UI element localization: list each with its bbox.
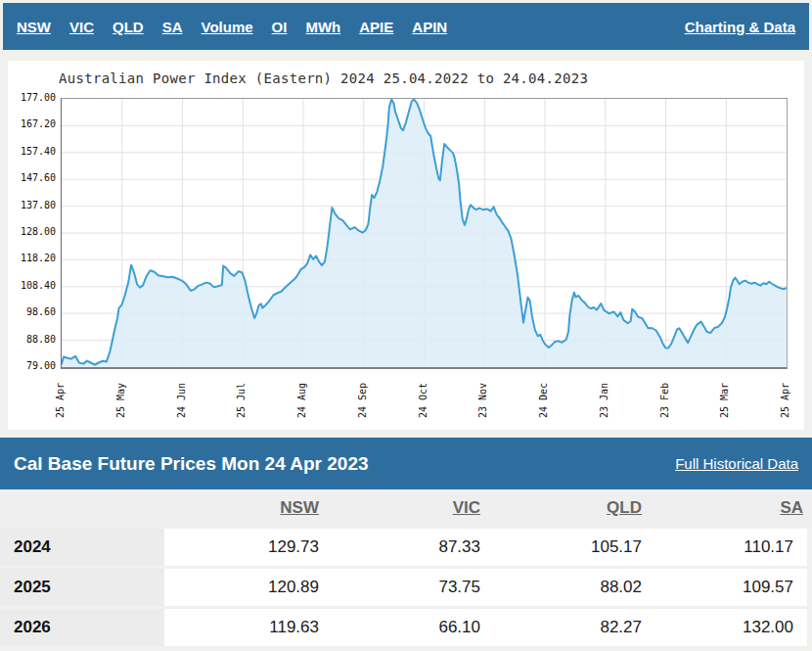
y-tick-label: 157.40 — [8, 146, 56, 158]
x-tick-label: 25 Apr — [780, 383, 790, 418]
x-tick-label: 25 Apr — [55, 383, 66, 418]
nav-link-mwh[interactable]: MWh — [305, 19, 340, 35]
cell-2026-qld: 82.27 — [489, 609, 651, 646]
chart-plot-area — [61, 98, 788, 369]
nav-link-oi[interactable]: OI — [272, 19, 288, 35]
cell-2024-sa: 110.17 — [651, 529, 807, 566]
x-tick-label: 24 Jun — [176, 383, 187, 418]
x-tick-label: 23 Feb — [659, 383, 670, 418]
x-tick-label: 24 Aug — [296, 383, 307, 418]
y-tick-label: 167.20 — [8, 118, 56, 130]
column-header-vic[interactable]: VIC — [328, 498, 489, 518]
table-row-2024: 2024 129.73 87.33 105.17 110.17 — [0, 529, 812, 566]
nav-link-apie[interactable]: APIE — [359, 19, 393, 35]
x-tick-label: 23 Nov — [477, 383, 488, 418]
x-tick-label: 25 Jul — [236, 383, 247, 418]
column-header-sa[interactable]: SA — [651, 498, 812, 518]
cell-2026-nsw: 119.63 — [166, 609, 328, 646]
futures-price-table: NSW VIC QLD SA 2024 129.73 87.33 105.17 … — [0, 489, 812, 649]
column-header-nsw[interactable]: NSW — [166, 498, 328, 518]
table-row-2025: 2025 120.89 73.75 88.02 109.57 — [0, 569, 812, 606]
row-label: 2025 — [0, 569, 164, 606]
row-label: 2026 — [0, 609, 164, 646]
x-tick-label: 25 Mar — [719, 383, 730, 418]
cell-2024-nsw: 129.73 — [166, 529, 328, 566]
table-row-2026: 2026 119.63 66.10 82.27 132.00 — [0, 609, 812, 646]
column-header-qld[interactable]: QLD — [489, 498, 651, 518]
cell-2024-qld: 105.17 — [489, 529, 651, 566]
futures-table-title: Cal Base Future Prices Mon 24 Apr 2023 — [14, 453, 369, 475]
top-navbar: NSW VIC QLD SA Volume OI MWh APIE APIN C… — [3, 3, 809, 50]
x-tick-label: 24 Dec — [538, 383, 549, 418]
cell-2025-vic: 73.75 — [328, 569, 489, 606]
power-index-chart-panel: Australian Power Index (Eastern) 2024 25… — [8, 61, 804, 430]
futures-table-titlebar: Cal Base Future Prices Mon 24 Apr 2023 F… — [0, 438, 812, 489]
x-tick-label: 24 Sep — [357, 383, 368, 418]
nav-link-volume[interactable]: Volume — [202, 19, 253, 35]
x-tick-label: 25 May — [115, 383, 126, 418]
y-tick-label: 98.60 — [8, 306, 56, 318]
table-header-row: NSW VIC QLD SA — [0, 489, 812, 526]
nav-link-apin[interactable]: APIN — [412, 19, 447, 35]
price-area-chart — [62, 99, 787, 367]
full-historical-data-link[interactable]: Full Historical Data — [675, 455, 798, 472]
y-tick-label: 118.20 — [8, 253, 56, 264]
y-tick-label: 147.60 — [8, 172, 56, 184]
cell-2025-nsw: 120.89 — [166, 569, 328, 606]
cell-2024-vic: 87.33 — [328, 529, 489, 566]
nav-link-vic[interactable]: VIC — [69, 19, 94, 35]
y-tick-label: 128.00 — [8, 226, 56, 238]
cell-2025-qld: 88.02 — [489, 569, 651, 606]
y-tick-label: 177.00 — [8, 92, 56, 104]
y-tick-label: 137.80 — [8, 200, 56, 211]
row-label: 2024 — [0, 529, 164, 566]
cell-2025-sa: 109.57 — [651, 569, 807, 606]
nav-link-nsw[interactable]: NSW — [17, 19, 51, 35]
x-tick-label: 24 Oct — [418, 383, 429, 418]
nav-link-sa[interactable]: SA — [162, 19, 183, 35]
cell-2026-sa: 132.00 — [651, 609, 807, 646]
y-tick-label: 79.00 — [8, 360, 56, 372]
y-tick-label: 108.40 — [8, 280, 56, 292]
cell-2026-vic: 66.10 — [328, 609, 489, 646]
x-tick-label: 23 Jan — [599, 383, 609, 418]
charting-and-data-link[interactable]: Charting & Data — [685, 19, 795, 35]
nav-link-qld[interactable]: QLD — [113, 19, 144, 35]
chart-title: Australian Power Index (Eastern) 2024 25… — [59, 70, 588, 86]
y-tick-label: 88.80 — [8, 334, 56, 346]
